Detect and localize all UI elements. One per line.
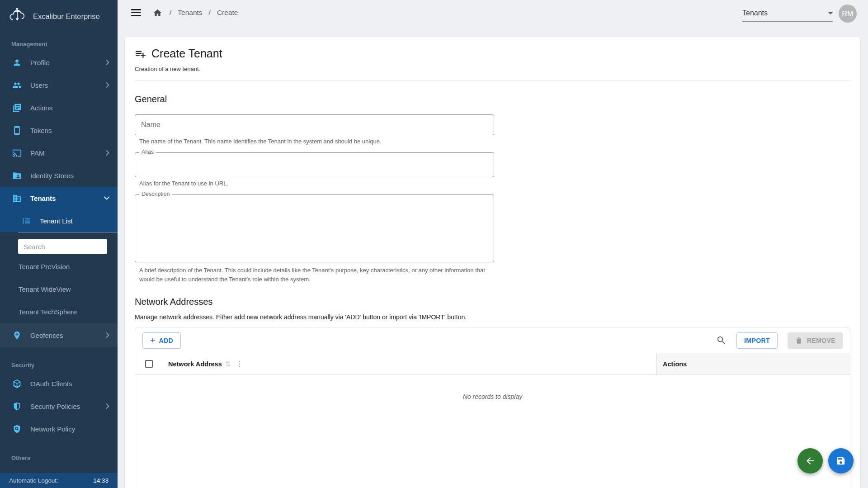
sidebar-item-label: Tenant List (40, 217, 73, 225)
breadcrumb-separator: / (170, 9, 171, 17)
tenant-link-label: Tenant WideView (19, 285, 71, 293)
title-divider (135, 80, 850, 81)
sidebar-item-label: Geofences (30, 332, 63, 339)
description-field-outline: Description (135, 194, 494, 262)
network-addresses-heading: Network Addresses (135, 297, 850, 307)
chevron-right-icon (106, 403, 109, 409)
network-addresses-table-card: + ADD IMPORT REMOVE Network Address (135, 327, 850, 488)
remove-button[interactable]: REMOVE (788, 332, 843, 349)
trash-icon (795, 336, 803, 345)
section-label-management: Management (11, 41, 118, 47)
search-icon[interactable] (716, 335, 726, 346)
save-icon (836, 456, 846, 466)
context-select-value: Tenants (742, 9, 768, 17)
logout-label: Automatic Logout: (9, 477, 58, 484)
sidebar-item-label: Tokens (30, 127, 52, 134)
sidebar-item-identity-stores[interactable]: Identity Stores (0, 164, 118, 187)
sidebar-item-label: Identity Stores (30, 172, 74, 180)
alias-helper-text: Alias for the Tenant to use in URL. (139, 180, 850, 187)
tenant-link-label: Tenant TechSphere (19, 308, 77, 316)
sidebar-item-tenant-prevision[interactable]: Tenant PreVision (0, 255, 118, 278)
arrow-left-icon (805, 455, 816, 466)
library-icon (12, 103, 22, 113)
sidebar-item-pam[interactable]: PAM (0, 142, 118, 164)
cast-icon (12, 148, 22, 158)
shield-search-icon (12, 424, 22, 434)
smartphone-icon (12, 126, 22, 135)
sidebar-item-label: Tenants (30, 194, 56, 202)
column-menu-icon[interactable]: ⋮ (236, 360, 243, 368)
sidebar-item-label: Actions (30, 104, 52, 112)
alias-field[interactable] (135, 153, 494, 177)
list-icon (22, 216, 31, 226)
sidebar-item-tenant-list[interactable]: Tenant List (0, 209, 118, 232)
person-icon (12, 58, 22, 67)
general-heading: General (135, 94, 850, 104)
page-title: Create Tenant (151, 47, 222, 60)
sidebar-item-label: OAuth Clients (30, 380, 72, 388)
sidebar-item-tokens[interactable]: Tokens (0, 119, 118, 142)
sidebar-item-label: Network Policy (30, 425, 75, 433)
topbar: / Tenants / Create Tenants RM (118, 0, 868, 25)
menu-toggle-icon[interactable] (131, 9, 141, 16)
sidebar-item-geofences[interactable]: Geofences (0, 323, 118, 347)
shield-half-icon (12, 402, 22, 411)
breadcrumb-tenants[interactable]: Tenants (178, 9, 202, 17)
sidebar-group-tenants: Tenants Tenant List (0, 187, 118, 232)
logout-countdown: 14:33 (93, 477, 108, 484)
sidebar: Excalibur Enterprise Management Profile … (0, 0, 118, 488)
chevron-down-icon (104, 196, 109, 200)
name-helper-text: The name of the Tenant. This name identi… (139, 138, 850, 145)
table-body: No records to display (135, 375, 850, 400)
caret-down-icon (828, 12, 833, 14)
tenant-search (18, 239, 107, 254)
sidebar-item-tenant-techsphere[interactable]: Tenant TechSphere (0, 300, 118, 323)
context-select[interactable]: Tenants (742, 9, 833, 22)
chevron-right-icon (106, 60, 109, 65)
description-field[interactable] (135, 195, 494, 262)
description-helper-text: A brief description of the Tenant. This … (139, 266, 492, 284)
sidebar-item-label: Users (30, 81, 48, 89)
tenant-link-label: Tenant PreVision (19, 263, 70, 270)
sidebar-item-tenants[interactable]: Tenants (0, 187, 118, 209)
back-button[interactable] (797, 448, 823, 474)
import-button[interactable]: IMPORT (736, 332, 778, 349)
empty-table-message: No records to display (463, 393, 523, 400)
table-header-row: Network Address ⇅ ⋮ Actions (135, 353, 850, 375)
column-header-network-address: Network Address (168, 360, 222, 368)
chevron-right-icon (106, 150, 109, 156)
excalibur-cloud-sword-logo-icon (7, 6, 27, 26)
automatic-logout-bar: Automatic Logout: 14:33 (0, 473, 118, 488)
add-button[interactable]: + ADD (142, 332, 181, 349)
chevron-right-icon (106, 332, 109, 338)
breadcrumb: / Tenants / Create (170, 9, 238, 17)
sidebar-item-users[interactable]: Users (0, 74, 118, 96)
sort-icon[interactable]: ⇅ (225, 360, 231, 368)
import-button-label: IMPORT (744, 337, 770, 344)
sidebar-item-label: PAM (30, 149, 44, 157)
home-icon[interactable] (153, 8, 162, 18)
sidebar-divider (18, 232, 118, 232)
sidebar-item-tenant-wideview[interactable]: Tenant WideView (0, 278, 118, 300)
select-all-checkbox[interactable] (145, 360, 153, 368)
avatar[interactable]: RM (839, 5, 857, 23)
avatar-initials: RM (842, 9, 854, 18)
save-button[interactable] (828, 448, 854, 474)
people-icon (12, 81, 22, 90)
sidebar-item-security-policies[interactable]: Security Policies (0, 395, 118, 417)
tenant-search-input[interactable] (18, 239, 107, 254)
sidebar-item-label: Profile (30, 59, 50, 66)
sidebar-item-label: Security Policies (30, 403, 80, 410)
sidebar-item-network-policy[interactable]: Network Policy (0, 417, 118, 440)
sidebar-item-actions[interactable]: Actions (0, 96, 118, 119)
cube-icon (12, 379, 22, 389)
name-field[interactable] (135, 114, 494, 135)
breadcrumb-create[interactable]: Create (217, 9, 238, 17)
remove-button-label: REMOVE (807, 337, 835, 344)
sidebar-item-oauth-clients[interactable]: OAuth Clients (0, 372, 118, 395)
description-field-label: Description (139, 191, 172, 197)
sidebar-item-profile[interactable]: Profile (0, 51, 118, 74)
create-tenant-card: Create Tenant Creation of a new tenant. … (125, 37, 860, 488)
app-logo-row: Excalibur Enterprise (0, 0, 118, 26)
section-label-others: Others (11, 455, 118, 461)
